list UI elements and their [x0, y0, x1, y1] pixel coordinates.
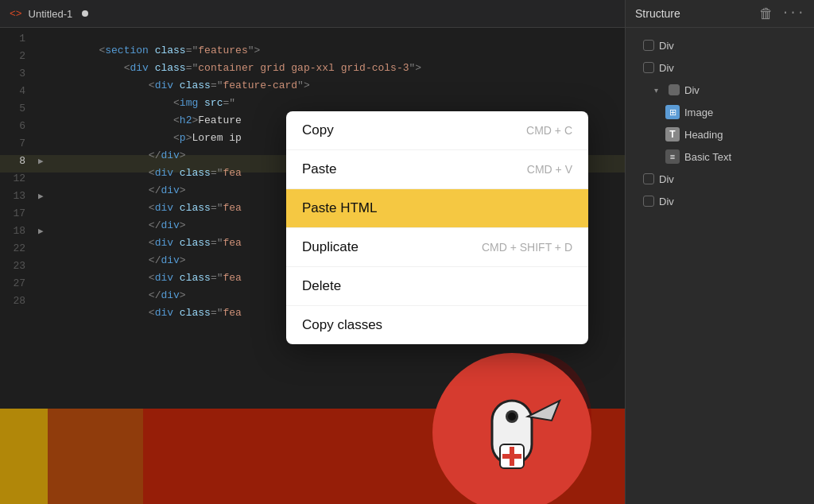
menu-item-delete[interactable]: Delete — [286, 267, 588, 306]
unsaved-indicator — [82, 10, 88, 17]
structure-label: Div — [659, 40, 674, 52]
text-type-icon: ≡ — [665, 149, 680, 164]
structure-panel: Structure 🗑 ··· Div Div ▾ Div ⊞ Image — [625, 0, 814, 504]
checkbox[interactable] — [643, 62, 654, 73]
structure-item-basic-text[interactable]: ≡ Basic Text — [626, 145, 814, 168]
context-menu: Copy CMD + C Paste CMD + V Paste HTML Du… — [286, 111, 588, 344]
heading-type-icon: T — [665, 127, 680, 142]
menu-item-duplicate-shortcut: CMD + SHIFT + D — [482, 241, 572, 254]
menu-item-copy-shortcut: CMD + C — [526, 124, 572, 137]
expand-arrow[interactable]: ▾ — [654, 86, 664, 95]
menu-item-paste[interactable]: Paste CMD + V — [286, 150, 588, 189]
structure-label: Div — [684, 84, 700, 96]
checkbox[interactable] — [643, 173, 654, 184]
tab-filename[interactable]: Untitled-1 — [29, 8, 73, 20]
structure-label: Heading — [684, 129, 723, 141]
menu-item-duplicate[interactable]: Duplicate CMD + SHIFT + D — [286, 228, 588, 267]
svg-point-8 — [508, 413, 516, 421]
knife-circle — [432, 353, 591, 504]
structure-label: Div — [659, 62, 674, 74]
menu-item-copy-classes[interactable]: Copy classes — [286, 306, 588, 344]
structure-item-div-5[interactable]: Div — [626, 190, 814, 212]
checkbox[interactable] — [669, 84, 680, 95]
menu-item-duplicate-label: Duplicate — [302, 239, 359, 255]
menu-item-paste-label: Paste — [302, 161, 336, 177]
structure-item-div-1[interactable]: Div — [626, 34, 814, 56]
structure-label: Image — [684, 107, 713, 118]
menu-item-copy-label: Copy — [302, 122, 334, 138]
menu-item-paste-html-label: Paste HTML — [302, 200, 377, 216]
menu-item-paste-html[interactable]: Paste HTML — [286, 189, 588, 228]
structure-item-div-3[interactable]: ▾ Div — [626, 79, 814, 101]
panel-header: Structure 🗑 ··· — [626, 0, 814, 28]
yellow-band — [0, 409, 48, 504]
menu-item-copy[interactable]: Copy CMD + C — [286, 111, 588, 150]
checkbox[interactable] — [643, 40, 654, 51]
checkbox[interactable] — [643, 196, 654, 207]
orange-band — [48, 409, 143, 504]
knife-icon — [456, 377, 568, 488]
menu-item-paste-shortcut: CMD + V — [527, 163, 572, 176]
structure-item-image[interactable]: ⊞ Image — [626, 101, 814, 123]
structure-item-heading[interactable]: T Heading — [626, 123, 814, 145]
menu-item-delete-label: Delete — [302, 278, 341, 294]
panel-title: Structure — [635, 7, 753, 20]
delete-icon[interactable]: 🗑 — [759, 6, 773, 22]
file-type-icon: <> — [10, 8, 22, 20]
structure-label: Div — [659, 173, 674, 185]
structure-tree: Div Div ▾ Div ⊞ Image T Heading ≡ Basic … — [626, 28, 814, 219]
structure-item-div-2[interactable]: Div — [626, 56, 814, 79]
structure-label: Basic Text — [684, 151, 731, 163]
structure-item-div-4[interactable]: Div — [626, 168, 814, 190]
more-options-icon[interactable]: ··· — [781, 6, 804, 22]
structure-label: Div — [659, 196, 674, 207]
svg-rect-6 — [502, 454, 521, 459]
image-type-icon: ⊞ — [665, 105, 680, 119]
menu-item-copy-classes-label: Copy classes — [302, 317, 382, 333]
